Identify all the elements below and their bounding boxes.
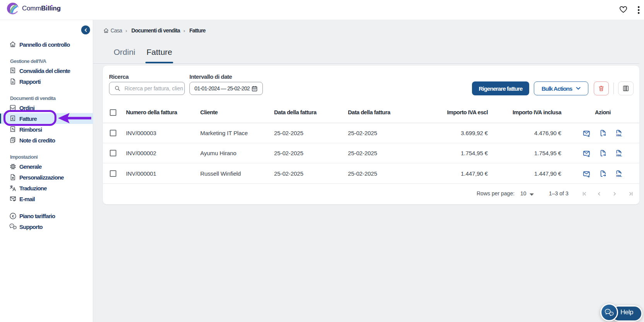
svg-text:€: € (12, 214, 14, 218)
